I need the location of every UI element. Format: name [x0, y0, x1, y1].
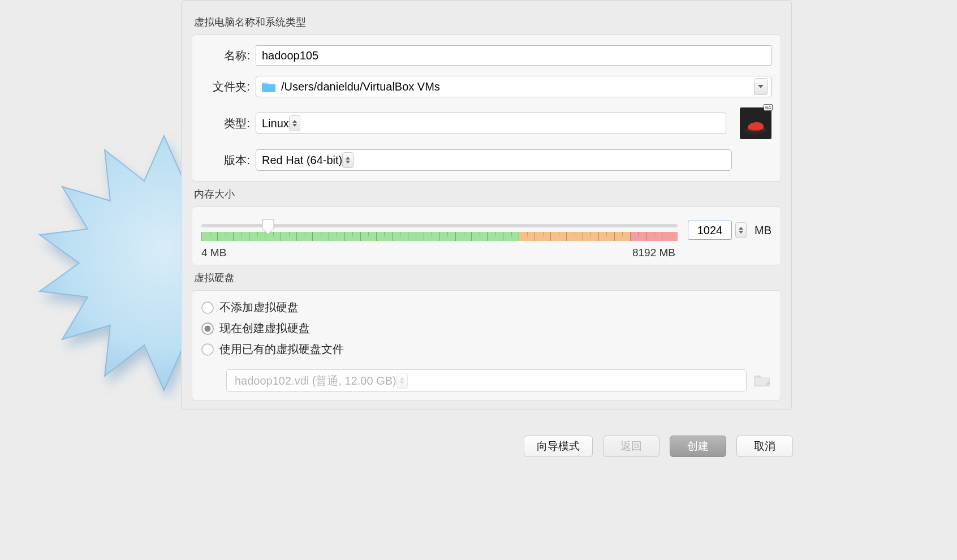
version-value: Red Hat (64-bit) [262, 154, 342, 167]
memory-stepper[interactable] [735, 222, 747, 238]
memory-min: 4 MB [201, 247, 226, 259]
updown-icon [289, 115, 300, 131]
disk-group: 不添加虚拟硬盘 现在创建虚拟硬盘 使用已有的虚拟硬盘文件 [192, 290, 781, 400]
updown-icon [396, 373, 408, 389]
name-label: 名称: [201, 48, 250, 63]
radio-icon [201, 343, 214, 356]
create-button[interactable]: 创建 [670, 436, 726, 457]
browse-disk-button [753, 372, 771, 390]
cancel-button[interactable]: 取消 [736, 436, 793, 457]
radio-existing-disk[interactable]: 使用已有的虚拟硬盘文件 [201, 342, 771, 357]
radio-no-disk[interactable]: 不添加虚拟硬盘 [201, 300, 771, 315]
memory-max: 8192 MB [632, 247, 675, 259]
chevron-down-icon [754, 78, 768, 95]
radio-label: 现在创建虚拟硬盘 [219, 321, 310, 336]
type-value: Linux [262, 117, 289, 130]
memory-slider[interactable] [201, 217, 678, 243]
folder-path: /Users/danieldu/VirtualBox VMs [281, 80, 754, 93]
svg-point-4 [202, 344, 213, 355]
name-type-group: 名称: 文件夹: /Users/danieldu/VirtualBox VMs [192, 35, 781, 182]
name-input[interactable] [256, 45, 771, 66]
memory-group: MB 4 MB 8192 MB [192, 206, 781, 265]
svg-point-1 [202, 302, 213, 313]
memory-input[interactable] [688, 221, 732, 240]
version-combo[interactable]: Red Hat (64-bit) [256, 149, 732, 171]
arch-badge: 64 [764, 104, 773, 111]
existing-disk-file: hadoop102.vdi (普通, 12.00 GB) [235, 373, 396, 389]
folder-label: 文件夹: [201, 79, 250, 94]
existing-disk-combo: hadoop102.vdi (普通, 12.00 GB) [226, 369, 747, 392]
type-label: 类型: [201, 116, 250, 131]
section-title-disk: 虚拟硬盘 [192, 271, 781, 288]
radio-create-disk[interactable]: 现在创建虚拟硬盘 [201, 321, 771, 336]
updown-icon [342, 152, 354, 168]
dialog-button-bar: 向导模式 返回 创建 取消 [524, 436, 793, 457]
memory-unit: MB [755, 224, 771, 237]
version-label: 版本: [201, 153, 250, 168]
radio-icon [201, 301, 214, 314]
radio-icon [201, 322, 214, 335]
create-vm-dialog: 虚拟电脑名称和系统类型 名称: 文件夹: /Users/danieldu/Vir… [181, 0, 792, 418]
section-title-name-type: 虚拟电脑名称和系统类型 [192, 15, 781, 32]
type-combo[interactable]: Linux [256, 113, 726, 134]
expert-mode-button[interactable]: 向导模式 [524, 436, 593, 457]
section-title-memory: 内存大小 [192, 187, 781, 204]
svg-point-3 [205, 325, 211, 331]
os-type-icon: 64 [740, 107, 771, 139]
slider-thumb[interactable] [261, 218, 275, 235]
radio-label: 使用已有的虚拟硬盘文件 [219, 342, 344, 357]
folder-combo[interactable]: /Users/danieldu/VirtualBox VMs [256, 76, 771, 97]
back-button: 返回 [603, 436, 659, 457]
folder-icon [262, 80, 277, 93]
radio-label: 不添加虚拟硬盘 [219, 300, 299, 315]
